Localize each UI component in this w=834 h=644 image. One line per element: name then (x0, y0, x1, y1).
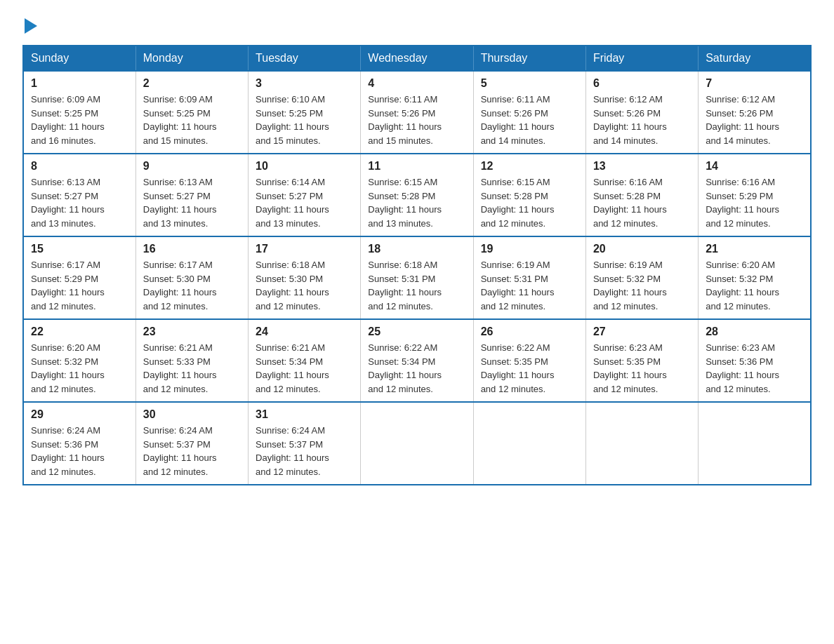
calendar-table: SundayMondayTuesdayWednesdayThursdayFrid… (22, 45, 812, 485)
day-info: Sunrise: 6:22 AMSunset: 5:35 PMDaylight:… (481, 341, 578, 396)
calendar-cell: 21Sunrise: 6:20 AMSunset: 5:32 PMDayligh… (699, 236, 811, 319)
column-header-tuesday: Tuesday (249, 46, 361, 71)
calendar-cell: 15Sunrise: 6:17 AMSunset: 5:29 PMDayligh… (23, 236, 135, 319)
calendar-cell: 9Sunrise: 6:13 AMSunset: 5:27 PMDaylight… (135, 154, 248, 236)
day-info: Sunrise: 6:11 AMSunset: 5:26 PMDaylight:… (368, 93, 465, 147)
calendar-cell: 8Sunrise: 6:13 AMSunset: 5:27 PMDaylight… (23, 154, 135, 236)
day-info: Sunrise: 6:21 AMSunset: 5:33 PMDaylight:… (143, 341, 241, 396)
calendar-cell: 18Sunrise: 6:18 AMSunset: 5:31 PMDayligh… (361, 236, 473, 319)
column-header-thursday: Thursday (473, 46, 585, 71)
day-info: Sunrise: 6:24 AMSunset: 5:36 PMDaylight:… (31, 424, 128, 478)
day-number: 26 (481, 326, 578, 338)
day-number: 31 (256, 408, 353, 421)
calendar-cell: 20Sunrise: 6:19 AMSunset: 5:32 PMDayligh… (585, 236, 698, 319)
calendar-cell (699, 402, 811, 485)
day-number: 18 (368, 243, 465, 255)
day-number: 7 (706, 77, 803, 90)
day-info: Sunrise: 6:20 AMSunset: 5:32 PMDaylight:… (706, 258, 803, 313)
day-number: 3 (256, 77, 353, 90)
day-number: 10 (256, 160, 353, 173)
day-number: 27 (593, 326, 691, 338)
calendar-cell: 27Sunrise: 6:23 AMSunset: 5:35 PMDayligh… (585, 319, 698, 402)
day-info: Sunrise: 6:18 AMSunset: 5:31 PMDaylight:… (368, 258, 465, 313)
calendar-cell: 2Sunrise: 6:09 AMSunset: 5:25 PMDaylight… (135, 71, 248, 154)
day-info: Sunrise: 6:16 AMSunset: 5:29 PMDaylight:… (706, 175, 803, 230)
day-number: 22 (31, 326, 128, 338)
day-number: 24 (256, 326, 353, 338)
day-header-row: SundayMondayTuesdayWednesdayThursdayFrid… (23, 46, 811, 71)
day-number: 2 (143, 77, 241, 90)
column-header-wednesday: Wednesday (361, 46, 473, 71)
day-number: 21 (706, 243, 803, 255)
calendar-week-row: 8Sunrise: 6:13 AMSunset: 5:27 PMDaylight… (23, 154, 811, 236)
calendar-header: SundayMondayTuesdayWednesdayThursdayFrid… (23, 46, 811, 71)
calendar-cell (585, 402, 698, 485)
day-number: 25 (368, 326, 465, 338)
day-info: Sunrise: 6:12 AMSunset: 5:26 PMDaylight:… (706, 93, 803, 147)
day-info: Sunrise: 6:20 AMSunset: 5:32 PMDaylight:… (31, 341, 128, 396)
calendar-cell: 4Sunrise: 6:11 AMSunset: 5:26 PMDaylight… (361, 71, 473, 154)
day-number: 16 (143, 243, 241, 255)
calendar-cell: 5Sunrise: 6:11 AMSunset: 5:26 PMDaylight… (473, 71, 585, 154)
calendar-cell: 22Sunrise: 6:20 AMSunset: 5:32 PMDayligh… (23, 319, 135, 402)
calendar-cell: 19Sunrise: 6:19 AMSunset: 5:31 PMDayligh… (473, 236, 585, 319)
day-number: 19 (481, 243, 578, 255)
calendar-cell: 10Sunrise: 6:14 AMSunset: 5:27 PMDayligh… (249, 154, 361, 236)
day-number: 13 (593, 160, 691, 173)
calendar-cell: 28Sunrise: 6:23 AMSunset: 5:36 PMDayligh… (699, 319, 811, 402)
day-info: Sunrise: 6:19 AMSunset: 5:31 PMDaylight:… (481, 258, 578, 313)
column-header-saturday: Saturday (699, 46, 811, 71)
logo (22, 17, 37, 34)
calendar-cell: 30Sunrise: 6:24 AMSunset: 5:37 PMDayligh… (135, 402, 248, 485)
calendar-cell: 7Sunrise: 6:12 AMSunset: 5:26 PMDaylight… (699, 71, 811, 154)
calendar-cell: 11Sunrise: 6:15 AMSunset: 5:28 PMDayligh… (361, 154, 473, 236)
day-info: Sunrise: 6:24 AMSunset: 5:37 PMDaylight:… (256, 424, 353, 478)
logo-triangle-icon (25, 18, 37, 34)
day-number: 30 (143, 408, 241, 421)
day-info: Sunrise: 6:22 AMSunset: 5:34 PMDaylight:… (368, 341, 465, 396)
svg-marker-0 (25, 18, 37, 34)
day-info: Sunrise: 6:15 AMSunset: 5:28 PMDaylight:… (368, 175, 465, 230)
column-header-monday: Monday (135, 46, 248, 71)
day-info: Sunrise: 6:23 AMSunset: 5:35 PMDaylight:… (593, 341, 691, 396)
calendar-body: 1Sunrise: 6:09 AMSunset: 5:25 PMDaylight… (23, 71, 811, 485)
day-number: 6 (593, 77, 691, 90)
day-info: Sunrise: 6:19 AMSunset: 5:32 PMDaylight:… (593, 258, 691, 313)
calendar-cell: 3Sunrise: 6:10 AMSunset: 5:25 PMDaylight… (249, 71, 361, 154)
day-info: Sunrise: 6:21 AMSunset: 5:34 PMDaylight:… (256, 341, 353, 396)
day-info: Sunrise: 6:10 AMSunset: 5:25 PMDaylight:… (256, 93, 353, 147)
day-info: Sunrise: 6:11 AMSunset: 5:26 PMDaylight:… (481, 93, 578, 147)
day-number: 20 (593, 243, 691, 255)
calendar-cell: 1Sunrise: 6:09 AMSunset: 5:25 PMDaylight… (23, 71, 135, 154)
day-info: Sunrise: 6:09 AMSunset: 5:25 PMDaylight:… (31, 93, 128, 147)
day-number: 8 (31, 160, 128, 173)
day-number: 5 (481, 77, 578, 90)
day-number: 14 (706, 160, 803, 173)
day-info: Sunrise: 6:17 AMSunset: 5:29 PMDaylight:… (31, 258, 128, 313)
day-info: Sunrise: 6:13 AMSunset: 5:27 PMDaylight:… (31, 175, 128, 230)
day-number: 12 (481, 160, 578, 173)
calendar-cell: 24Sunrise: 6:21 AMSunset: 5:34 PMDayligh… (249, 319, 361, 402)
column-header-sunday: Sunday (23, 46, 135, 71)
page-header (22, 17, 812, 34)
calendar-cell: 12Sunrise: 6:15 AMSunset: 5:28 PMDayligh… (473, 154, 585, 236)
day-number: 1 (31, 77, 128, 90)
calendar-cell (473, 402, 585, 485)
calendar-cell: 13Sunrise: 6:16 AMSunset: 5:28 PMDayligh… (585, 154, 698, 236)
calendar-cell: 23Sunrise: 6:21 AMSunset: 5:33 PMDayligh… (135, 319, 248, 402)
day-number: 11 (368, 160, 465, 173)
day-info: Sunrise: 6:14 AMSunset: 5:27 PMDaylight:… (256, 175, 353, 230)
calendar-cell: 31Sunrise: 6:24 AMSunset: 5:37 PMDayligh… (249, 402, 361, 485)
day-info: Sunrise: 6:16 AMSunset: 5:28 PMDaylight:… (593, 175, 691, 230)
calendar-cell: 6Sunrise: 6:12 AMSunset: 5:26 PMDaylight… (585, 71, 698, 154)
day-number: 15 (31, 243, 128, 255)
day-info: Sunrise: 6:09 AMSunset: 5:25 PMDaylight:… (143, 93, 241, 147)
calendar-cell: 16Sunrise: 6:17 AMSunset: 5:30 PMDayligh… (135, 236, 248, 319)
day-info: Sunrise: 6:23 AMSunset: 5:36 PMDaylight:… (706, 341, 803, 396)
calendar-cell: 26Sunrise: 6:22 AMSunset: 5:35 PMDayligh… (473, 319, 585, 402)
calendar-week-row: 1Sunrise: 6:09 AMSunset: 5:25 PMDaylight… (23, 71, 811, 154)
day-info: Sunrise: 6:15 AMSunset: 5:28 PMDaylight:… (481, 175, 578, 230)
calendar-cell (361, 402, 473, 485)
day-number: 29 (31, 408, 128, 421)
calendar-week-row: 15Sunrise: 6:17 AMSunset: 5:29 PMDayligh… (23, 236, 811, 319)
